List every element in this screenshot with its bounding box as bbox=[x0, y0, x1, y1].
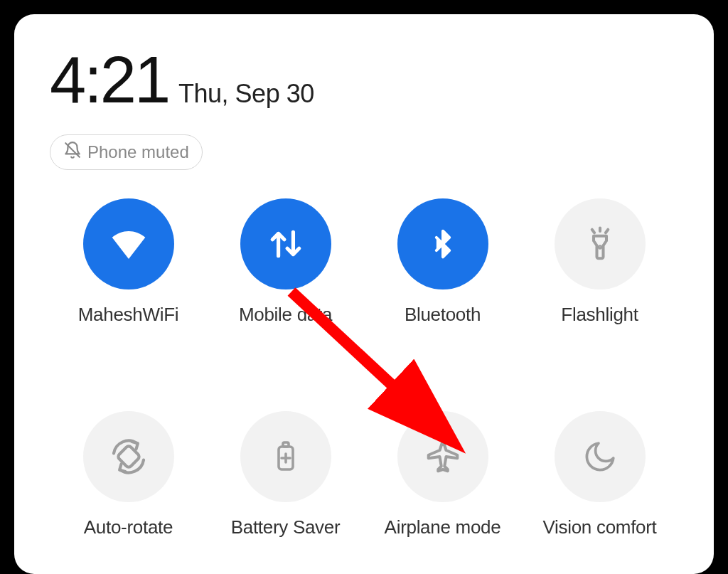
mobile-data-icon bbox=[240, 198, 331, 289]
clock-time: 4:21 bbox=[50, 43, 168, 117]
quick-settings-panel: 4:21 Thu, Sep 30 Phone muted MaheshWiFi … bbox=[14, 14, 714, 574]
moon-icon bbox=[555, 411, 646, 502]
bluetooth-icon bbox=[397, 198, 488, 289]
quick-toggle-grid: MaheshWiFi Mobile data Bluetooth Flashli… bbox=[50, 198, 678, 538]
flashlight-icon bbox=[555, 198, 646, 289]
bell-muted-icon bbox=[63, 141, 82, 164]
auto-rotate-icon bbox=[83, 411, 174, 502]
battery-saver-toggle[interactable]: Battery Saver bbox=[207, 411, 364, 538]
svg-line-3 bbox=[605, 230, 607, 233]
chip-label: Phone muted bbox=[87, 142, 189, 162]
battery-saver-label: Battery Saver bbox=[231, 516, 341, 538]
mobile-data-label: Mobile data bbox=[239, 304, 332, 326]
phone-muted-chip[interactable]: Phone muted bbox=[50, 134, 203, 170]
bluetooth-toggle[interactable]: Bluetooth bbox=[364, 198, 521, 326]
wifi-label: MaheshWiFi bbox=[78, 304, 178, 326]
flashlight-label: Flashlight bbox=[561, 304, 638, 326]
bluetooth-label: Bluetooth bbox=[405, 304, 481, 326]
clock-date: Thu, Sep 30 bbox=[178, 79, 314, 109]
airplane-mode-toggle[interactable]: Airplane mode bbox=[364, 411, 521, 538]
airplane-mode-label: Airplane mode bbox=[385, 516, 501, 538]
flashlight-toggle[interactable]: Flashlight bbox=[521, 198, 678, 326]
wifi-toggle[interactable]: MaheshWiFi bbox=[50, 198, 207, 326]
svg-rect-7 bbox=[283, 442, 289, 447]
battery-saver-icon bbox=[240, 411, 331, 502]
vision-comfort-toggle[interactable]: Vision comfort bbox=[521, 411, 678, 538]
auto-rotate-label: Auto-rotate bbox=[84, 516, 173, 538]
wifi-icon bbox=[83, 198, 174, 289]
vision-comfort-label: Vision comfort bbox=[542, 516, 656, 538]
svg-line-2 bbox=[592, 230, 594, 233]
svg-point-4 bbox=[599, 246, 600, 248]
auto-rotate-toggle[interactable]: Auto-rotate bbox=[50, 411, 207, 538]
airplane-icon bbox=[397, 411, 488, 502]
mobile-data-toggle[interactable]: Mobile data bbox=[207, 198, 364, 326]
header: 4:21 Thu, Sep 30 bbox=[50, 43, 678, 117]
